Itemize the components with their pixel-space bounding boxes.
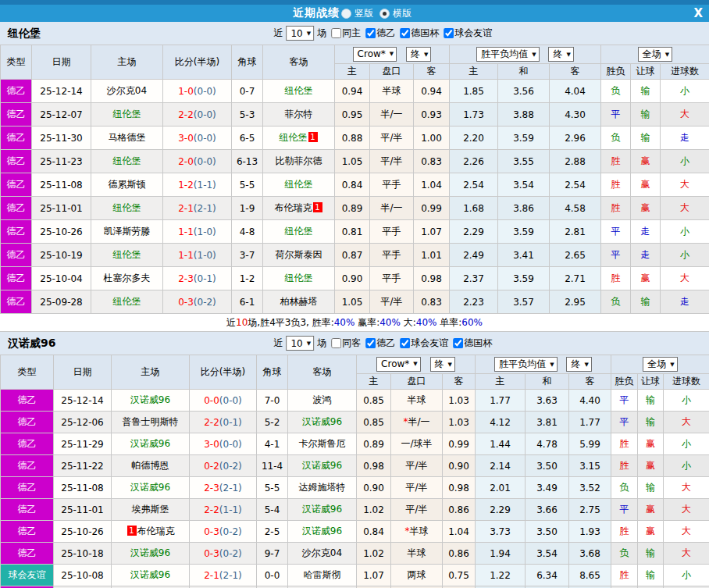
match-type-cell: 德乙	[1, 244, 32, 267]
mean-home-cell: 2.26	[450, 150, 498, 173]
team-name-link[interactable]: 汉诺威96	[302, 526, 342, 536]
odds-source-select[interactable]: Crow*▼	[353, 47, 397, 62]
odds-source-select[interactable]: Crow*▼	[376, 357, 421, 372]
same-venue-filter: 同主	[326, 27, 361, 40]
home-team-cell: 汉诺威96	[112, 390, 190, 412]
team-name-link[interactable]: 汉诺威96	[130, 482, 170, 493]
away-team-cell: 汉诺威96	[288, 521, 357, 543]
mean-final-select[interactable]: 终▼	[566, 357, 591, 372]
team-name-link[interactable]: 汉诺威96	[302, 504, 342, 515]
home-odds-cell: 0.88	[335, 127, 370, 150]
same-venue-checkbox[interactable]	[331, 338, 341, 348]
vertical-layout-label[interactable]: 竖版	[354, 7, 373, 20]
team-name-link[interactable]: 纽伦堡	[113, 109, 141, 119]
away-odds-cell: 0.99	[443, 433, 476, 455]
corners-cell: 7-0	[257, 390, 288, 412]
team-name-link[interactable]: 纽伦堡	[285, 273, 313, 283]
subcol-result: 胜负	[611, 374, 638, 390]
team-name-link[interactable]: 纽伦堡	[280, 132, 308, 143]
team-name-link[interactable]: 汉诺威96	[302, 460, 342, 471]
team-name-link[interactable]: 纽伦堡	[113, 249, 141, 260]
away-odds-cell: 0.98	[414, 267, 450, 290]
team-name-link[interactable]: 纽伦堡	[113, 296, 141, 307]
odds-final-select[interactable]: 终▼	[406, 47, 431, 62]
team-name-link[interactable]: 汉诺威96	[130, 438, 170, 449]
team-name-link[interactable]: 纽伦堡	[285, 179, 313, 190]
horizontal-layout-label[interactable]: 横版	[393, 7, 412, 20]
match-row: 德乙25-10-04杜塞尔多夫2-3(0-1)1-2纽伦堡0.90平手0.982…	[1, 267, 709, 290]
match-type-badge: 德乙	[1, 220, 31, 243]
handicap-result-cell: 输	[631, 290, 661, 314]
away-odds-cell: 1.03	[443, 390, 476, 412]
handicap-result-cell: 赢	[638, 455, 664, 477]
handicap-result-cell: 赢	[638, 433, 664, 455]
same-venue-checkbox[interactable]	[331, 28, 341, 38]
team-name-link[interactable]: 纽伦堡	[285, 226, 313, 237]
match-type-badge: 德乙	[1, 197, 31, 219]
summary-segment: 大:	[401, 317, 416, 328]
col-home: 主场	[112, 355, 190, 390]
league-checkbox[interactable]	[444, 28, 454, 38]
team-name-link[interactable]: 纽伦堡	[113, 202, 141, 213]
team-name-link[interactable]: 汉诺威96	[302, 416, 342, 427]
scope-select[interactable]: 全场▼	[643, 357, 677, 372]
vertical-layout-radio[interactable]	[341, 9, 351, 19]
summary-segment: 40%	[334, 317, 355, 328]
mean-draw-cell: 3.49	[526, 477, 569, 499]
team-name-link[interactable]: 汉诺威96	[130, 547, 170, 558]
league-checkbox[interactable]	[453, 338, 463, 348]
league-checkbox[interactable]	[400, 28, 410, 38]
chevron-down-icon: ▼	[448, 362, 452, 368]
recent-count-select[interactable]: 10▼	[286, 336, 314, 351]
mean-draw-cell: 3.81	[526, 412, 569, 433]
opponent-name: 沙尔克04	[107, 85, 147, 96]
odds-group-header: Crow*▼ 终▼	[357, 355, 476, 374]
close-icon[interactable]: X	[693, 5, 703, 21]
recent-count-select[interactable]: 10▼	[286, 26, 314, 41]
match-type-cell: 德乙	[1, 499, 54, 521]
summary-segment: 场,胜4平3负3, 胜率:	[248, 317, 333, 328]
away-team-cell: 布伦瑞克1	[263, 197, 335, 220]
odds-final-select[interactable]: 终▼	[430, 357, 455, 372]
team-name-link[interactable]: 纽伦堡	[285, 85, 313, 96]
mean-away-cell: 4.04	[550, 80, 601, 103]
result-cell: 平	[601, 244, 631, 267]
opponent-name: 杜塞尔多夫	[104, 273, 151, 283]
mean-final-select[interactable]: 终▼	[548, 47, 573, 62]
chevron-down-icon: ▼	[566, 52, 570, 58]
team-name-link[interactable]: 汉诺威96	[130, 569, 170, 580]
col-away: 客场	[288, 355, 357, 390]
result-cell: 胜	[611, 521, 638, 543]
col-away: 客场	[263, 45, 335, 80]
mean-away-cell: 3.68	[569, 543, 611, 565]
mean-draw-cell: 3.88	[498, 103, 550, 127]
mean-home-cell: 1.68	[450, 197, 498, 220]
away-team-cell: 沙尔克04	[288, 543, 357, 565]
handicap-cell: 平/半	[370, 127, 414, 150]
subcol-away-odds: 客	[414, 64, 450, 80]
mean-select[interactable]: 胜平负均值▼	[476, 47, 539, 62]
mean-home-cell: 2.49	[450, 244, 498, 267]
match-date: 25-11-23	[32, 150, 91, 173]
mean-away-cell: 3.52	[569, 477, 611, 499]
team-name-link[interactable]: 汉诺威96	[130, 394, 170, 405]
match-type-cell: 德乙	[1, 521, 54, 543]
horizontal-layout-radio[interactable]	[379, 9, 390, 19]
home-odds-cell: 0.84	[335, 173, 370, 197]
team-name-link[interactable]: 纽伦堡	[113, 155, 141, 166]
league-checkbox[interactable]	[365, 28, 376, 38]
scope-select[interactable]: 全场▼	[638, 47, 672, 62]
recent-suffix-label: 场	[317, 337, 326, 350]
subcol-handicap: 盘口	[370, 64, 414, 80]
home-team-cell: 德累斯顿	[91, 173, 163, 197]
home-odds-cell: 0.90	[335, 267, 370, 290]
mean-draw-cell: 3.59	[498, 267, 550, 290]
recent-prefix-label: 近	[273, 27, 283, 40]
league-checkbox[interactable]	[400, 338, 410, 348]
goals-result-cell: 大	[661, 197, 709, 220]
scope-group-header: 全场▼	[611, 355, 709, 374]
match-type-badge: 德乙	[1, 477, 53, 498]
league-checkbox[interactable]	[365, 338, 376, 348]
match-row: 德乙25-10-18汉诺威960-3(0-2)9-7沙尔克041.02半球0.8…	[1, 543, 709, 565]
mean-select[interactable]: 胜平负均值▼	[494, 357, 557, 372]
